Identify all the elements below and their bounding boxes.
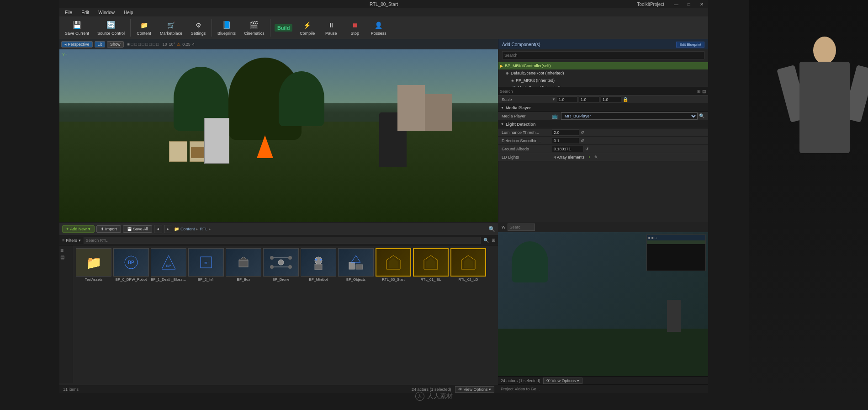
list-item[interactable]: 📁 TestAssets bbox=[76, 248, 111, 282]
list-item[interactable]: BP_Box bbox=[226, 248, 261, 282]
list-item[interactable]: BP BP_2_Infil bbox=[188, 248, 224, 282]
maximize-button[interactable]: □ bbox=[683, 0, 695, 8]
svg-point-10 bbox=[270, 256, 274, 260]
viewport[interactable]: ◂ Perspective Lit Show ■ □ □ □ □ □ □ □ □… bbox=[59, 39, 498, 222]
sidebar-icon-2[interactable]: ▤ bbox=[60, 255, 72, 260]
cb-grid-toggle[interactable]: ⊞ bbox=[492, 238, 495, 243]
perspective-toggle[interactable]: ◂ Perspective bbox=[61, 41, 93, 48]
br-view-options[interactable]: 👁 View Options ▾ bbox=[543, 378, 582, 384]
cinematics-button[interactable]: 🎬 Cinematics bbox=[240, 18, 268, 38]
props-icons: ⊞ ▤ bbox=[697, 89, 706, 94]
svg-point-18 bbox=[320, 259, 322, 261]
scale-label: Scale bbox=[502, 97, 552, 102]
cb-search-bar: ≡ Filters ▾ 🔍 ⊞ bbox=[59, 235, 498, 245]
back-button[interactable]: ◂ bbox=[154, 225, 162, 233]
luminance-input[interactable] bbox=[552, 129, 579, 136]
cb-search-input[interactable] bbox=[84, 237, 481, 244]
possess-button[interactable]: 👤 Possess bbox=[367, 18, 390, 38]
settings-button[interactable]: ⚙ Settings bbox=[187, 18, 210, 38]
source-control-button[interactable]: 🔄 Source Control bbox=[94, 18, 128, 38]
compile-button[interactable]: ⚡ Compile bbox=[296, 18, 319, 38]
stop-icon: ⏹ bbox=[350, 20, 360, 30]
ld-lights-label: LD Lights bbox=[502, 155, 552, 160]
forward-button[interactable]: ▸ bbox=[164, 225, 172, 233]
component-item-root[interactable]: ⊕ DefaultSceneRoot (Inherited) bbox=[504, 69, 708, 77]
media-player-section-header[interactable]: Media Player bbox=[498, 104, 708, 112]
mini-screen-header: ■ ■ □ bbox=[647, 235, 705, 240]
luminance-reset[interactable]: ↺ bbox=[581, 130, 584, 135]
menu-edit[interactable]: Edit bbox=[79, 10, 91, 16]
menu-bar: File Edit Window Help bbox=[59, 8, 708, 16]
panel-header-buttons: Edit Blueprint bbox=[676, 42, 704, 48]
add-new-label: Add New bbox=[70, 227, 87, 231]
edit-blueprint-button[interactable]: Edit Blueprint bbox=[676, 42, 704, 48]
minibot-svg bbox=[309, 253, 328, 272]
stop-button[interactable]: ⏹ Stop bbox=[344, 18, 366, 38]
content-icon: 📁 bbox=[139, 20, 149, 30]
filters-button[interactable]: ≡ Filters ▾ bbox=[62, 238, 81, 243]
close-button[interactable]: ✕ bbox=[695, 0, 708, 8]
path-rtl[interactable]: RTL bbox=[200, 227, 207, 231]
source-label: Source Control bbox=[97, 31, 125, 36]
save-all-button[interactable]: 💾 Save All bbox=[123, 225, 152, 233]
list-item[interactable]: BP_Minibot bbox=[301, 248, 336, 282]
content-button[interactable]: 📁 Content bbox=[132, 18, 155, 38]
list-item[interactable]: BP_Drone bbox=[263, 248, 299, 282]
component-search-input[interactable] bbox=[502, 51, 704, 59]
toolbar-sep-2 bbox=[212, 19, 212, 37]
albedo-input[interactable] bbox=[552, 146, 584, 152]
save-current-button[interactable]: 💾 Save Current bbox=[61, 18, 93, 38]
item-label-bp1: BP_1_Death_Blossom bbox=[151, 277, 186, 282]
cb-search-btn[interactable]: 🔍 bbox=[483, 238, 489, 243]
list-item[interactable]: RTL_01_IBL bbox=[413, 248, 449, 282]
list-item[interactable]: BP BP_0_DPW_Robot bbox=[113, 248, 149, 282]
show-button[interactable]: Show bbox=[107, 41, 124, 48]
br-search-input[interactable] bbox=[508, 224, 535, 231]
svg-rect-19 bbox=[349, 262, 355, 269]
list-item[interactable]: RTL_00_Start bbox=[376, 248, 411, 282]
scale-y-input[interactable] bbox=[579, 96, 599, 103]
item-thumb-minibot bbox=[301, 248, 336, 277]
path-content[interactable]: Content bbox=[180, 227, 195, 231]
scale-z-input[interactable] bbox=[601, 96, 621, 103]
scale-x-input[interactable] bbox=[557, 96, 577, 103]
component-item-ppkit[interactable]: ◈ PP_MRKit (Inherited) bbox=[509, 77, 708, 84]
path-sep-1: ▸ bbox=[196, 227, 198, 231]
smoothing-reset[interactable]: ↺ bbox=[581, 138, 584, 143]
item-label-rtl01: RTL_01_IBL bbox=[421, 277, 441, 282]
list-item[interactable]: RTL_02_LD bbox=[450, 248, 486, 282]
list-item[interactable]: BP_Objects bbox=[338, 248, 374, 282]
marketplace-button[interactable]: 🛒 Marketplace bbox=[156, 18, 186, 38]
minimize-button[interactable]: — bbox=[670, 0, 683, 8]
albedo-reset[interactable]: ↺ bbox=[585, 147, 589, 151]
cb-search-icon[interactable]: 🔍 bbox=[488, 226, 495, 232]
menu-help[interactable]: Help bbox=[122, 10, 135, 16]
br-status: 24 actors (1 selected) 👁 View Options ▾ … bbox=[498, 376, 708, 393]
props-search-input[interactable] bbox=[500, 89, 697, 94]
browse-icon[interactable]: 🔍 bbox=[699, 113, 704, 118]
mini-screen: ■ ■ □ bbox=[646, 234, 706, 271]
media-player-dropdown[interactable]: MR_BGPlayer bbox=[561, 112, 698, 120]
item-label-minibot: BP_Minibot bbox=[309, 277, 328, 282]
toolbar-sep-3 bbox=[270, 19, 270, 37]
component-item-self[interactable]: ▶ BP_MRKitController(self) bbox=[498, 62, 708, 69]
list-item[interactable]: BP BP_1_Death_Blossom bbox=[151, 248, 186, 282]
pause-button[interactable]: ⏸ Pause bbox=[320, 18, 343, 38]
build-button[interactable]: Build bbox=[272, 18, 295, 38]
warning-indicator: ⚠ bbox=[177, 42, 180, 47]
svg-point-8 bbox=[278, 260, 284, 265]
blueprint-1-svg: BP bbox=[159, 253, 178, 272]
menu-window[interactable]: Window bbox=[96, 10, 116, 16]
smoothing-input[interactable] bbox=[552, 138, 579, 144]
import-button[interactable]: ⬆ Import bbox=[96, 225, 121, 233]
menu-file[interactable]: File bbox=[63, 10, 74, 16]
sidebar-icon-1[interactable]: ≡ bbox=[60, 247, 72, 254]
lit-button[interactable]: Lit bbox=[95, 41, 106, 48]
add-new-button[interactable]: + Add New ▾ bbox=[62, 225, 95, 233]
blueprints-button[interactable]: 📘 Blueprints bbox=[214, 18, 239, 38]
light-detection-section-header[interactable]: Light Detection bbox=[498, 120, 708, 128]
edit-lights-button[interactable]: ✎ bbox=[594, 155, 598, 160]
view-options-button[interactable]: 👁 View Options ▾ bbox=[455, 386, 494, 393]
properties-panel: ⊞ ▤ Scale ▼ 🔒 Media Player Media Player bbox=[498, 87, 708, 161]
add-light-button[interactable]: + bbox=[588, 155, 591, 160]
